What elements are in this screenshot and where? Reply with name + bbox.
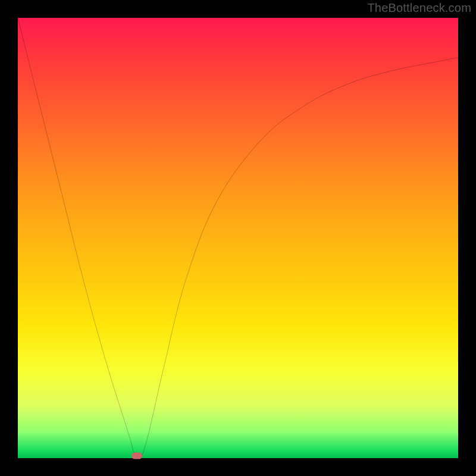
optimum-marker	[131, 453, 142, 459]
chart-frame: TheBottleneck.com	[0, 0, 476, 476]
watermark: TheBottleneck.com	[367, 1, 471, 15]
bottleneck-curve	[18, 18, 458, 458]
plot-area	[18, 18, 458, 458]
